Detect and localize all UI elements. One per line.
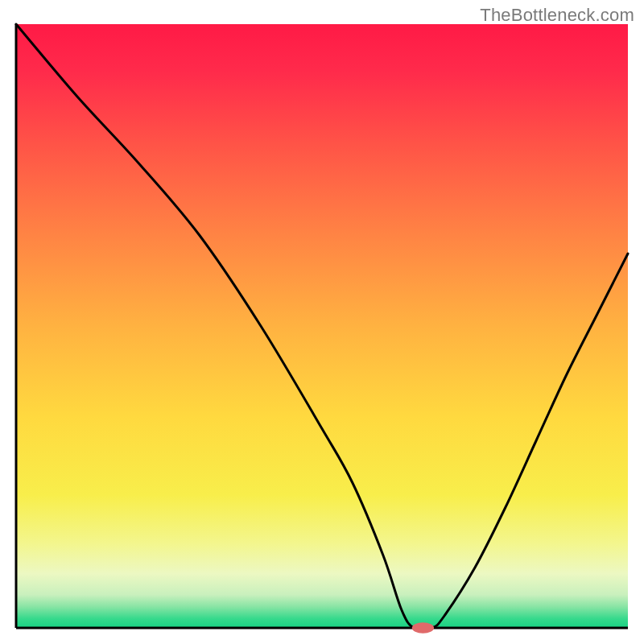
bottleneck-chart — [0, 0, 644, 644]
chart-container: { "watermark": "TheBottleneck.com", "cha… — [0, 0, 644, 644]
watermark-text: TheBottleneck.com — [480, 5, 634, 26]
plot-background — [16, 24, 628, 628]
optimal-marker — [412, 622, 434, 634]
